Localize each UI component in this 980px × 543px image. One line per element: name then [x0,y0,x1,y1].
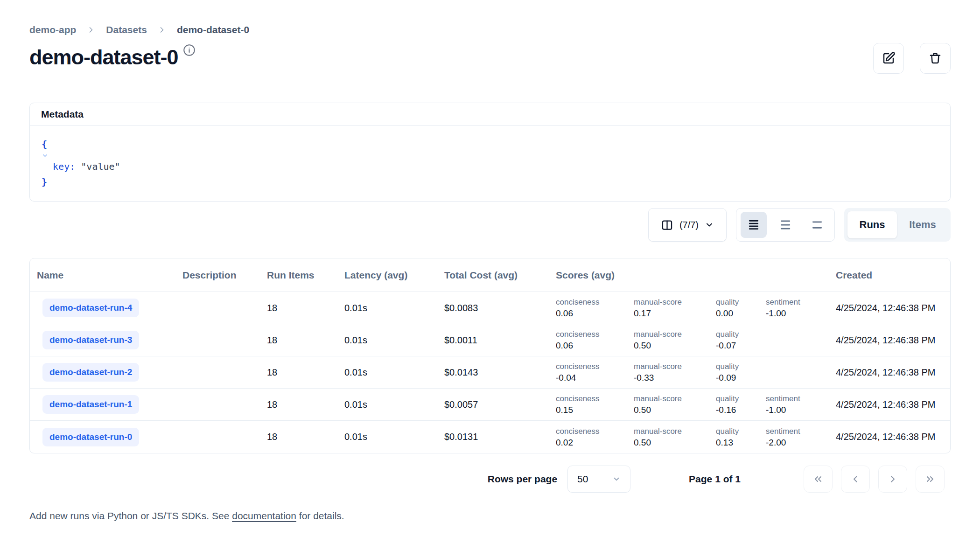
rows-dense-icon [747,218,761,232]
chevron-right-icon [86,25,96,35]
table-row[interactable]: demo-dataset-run-3 18 0.01s $0.0011 conc… [30,324,950,356]
column-header-total-cost: Total Cost (avg) [437,270,549,281]
total-cost-cell: $0.0143 [437,367,549,378]
json-line-close: } [42,174,938,190]
run-items-cell: 18 [260,303,337,313]
title-row: demo-dataset-0 [29,43,951,74]
latency-cell: 0.01s [337,303,437,313]
table-row[interactable]: demo-dataset-run-1 18 0.01s $0.0057 conc… [30,389,950,421]
column-header-scores: Scores (avg) [549,270,829,281]
first-page-button[interactable] [804,466,833,493]
runs-table: Name Description Run Items Latency (avg)… [29,258,951,453]
run-name-link[interactable]: demo-dataset-run-4 [42,299,139,317]
run-name-link[interactable]: demo-dataset-run-3 [42,331,139,349]
scores-cell: conciseness0.06manual-score0.50quality-0… [549,324,829,356]
breadcrumb-datasets[interactable]: Datasets [106,24,147,35]
table-row[interactable]: demo-dataset-run-4 18 0.01s $0.0083 conc… [30,292,950,324]
page-title: demo-dataset-0 [29,43,178,72]
column-header-created: Created [829,270,950,281]
score-manual-score: manual-score0.50 [634,329,716,351]
score-conciseness: conciseness0.15 [556,393,634,416]
score-sentiment: sentiment-2.00 [766,426,829,448]
total-cost-cell: $0.0057 [437,399,549,410]
breadcrumb-current-dataset[interactable]: demo-dataset-0 [177,24,249,35]
metadata-card: Metadata { key: "value" } [29,103,951,202]
score-quality: quality-0.09 [716,361,766,383]
tab-items[interactable]: Items [898,211,947,238]
total-cost-cell: $0.0011 [437,335,549,346]
score-quality: quality-0.16 [716,393,766,416]
run-items-cell: 18 [260,367,337,378]
rows-per-page-value: 50 [577,473,588,485]
rows-medium-icon [778,218,792,232]
edit-icon [882,51,896,65]
row-height-small-option[interactable] [741,212,767,238]
column-header-latency: Latency (avg) [337,270,437,281]
chevrons-left-icon [812,473,824,485]
json-line-key-value: key: "value" [42,159,938,174]
documentation-link[interactable]: documentation [232,510,296,521]
chevron-right-icon [887,473,898,485]
delete-dataset-button[interactable] [920,43,951,74]
score-sentiment: sentiment-1.00 [766,297,829,319]
row-height-large-option[interactable] [804,212,830,238]
created-cell: 4/25/2024, 12:46:38 PM [829,335,950,346]
total-cost-cell: $0.0131 [437,432,549,442]
created-cell: 4/25/2024, 12:46:38 PM [829,399,950,410]
latency-cell: 0.01s [337,367,437,378]
latency-cell: 0.01s [337,335,437,346]
score-quality: quality0.13 [716,426,766,448]
table-row[interactable]: demo-dataset-run-0 18 0.01s $0.0131 conc… [30,421,950,453]
last-page-button[interactable] [916,466,945,493]
score-sentiment: sentiment-1.00 [766,393,829,416]
column-header-run-items: Run Items [260,270,337,281]
name-cell: demo-dataset-run-0 [30,428,175,446]
metadata-card-title: Metadata [30,103,950,125]
column-visibility-button[interactable]: (7/7) [648,208,727,242]
score-quality: quality-0.07 [716,329,766,351]
breadcrumb: demo-app Datasets demo-dataset-0 [29,24,951,35]
sdk-hint-text-after: for details. [296,510,344,521]
next-page-button[interactable] [878,466,907,493]
metadata-json-viewer: { key: "value" } [30,125,950,201]
chevron-right-icon [157,25,167,35]
table-body: demo-dataset-run-4 18 0.01s $0.0083 conc… [30,292,950,453]
tab-runs[interactable]: Runs [847,211,897,238]
sdk-hint-text-before: Add new runs via Python or JS/TS SDKs. S… [29,510,232,521]
name-cell: demo-dataset-run-3 [30,331,175,349]
row-height-medium-option[interactable] [772,212,798,238]
rows-per-page-select[interactable]: 50 [567,466,630,493]
sdk-hint: Add new runs via Python or JS/TS SDKs. S… [29,510,951,522]
chevron-left-icon [850,473,861,485]
created-cell: 4/25/2024, 12:46:38 PM [829,432,950,442]
rows-sparse-icon [810,218,824,232]
name-cell: demo-dataset-run-1 [30,395,175,414]
run-name-link[interactable]: demo-dataset-run-2 [42,363,139,382]
run-items-cell: 18 [260,399,337,410]
score-conciseness: conciseness0.06 [556,329,634,351]
score-conciseness: conciseness-0.04 [556,361,634,383]
score-quality: quality0.00 [716,297,766,319]
runs-items-tabs: Runs Items [844,208,951,242]
previous-page-button[interactable] [841,466,870,493]
run-items-cell: 18 [260,335,337,346]
run-name-link[interactable]: demo-dataset-run-1 [42,395,139,414]
run-name-link[interactable]: demo-dataset-run-0 [42,428,139,446]
latency-cell: 0.01s [337,399,437,410]
json-line-open: { [42,136,938,159]
info-icon[interactable] [183,44,196,56]
trash-icon [928,51,942,65]
column-header-name: Name [30,270,175,281]
breadcrumb-project[interactable]: demo-app [29,24,76,35]
latency-cell: 0.01s [337,432,437,442]
scores-cell: conciseness-0.04manual-score-0.33quality… [549,356,829,388]
run-items-cell: 18 [260,432,337,442]
chevron-down-icon [705,220,714,230]
table-row[interactable]: demo-dataset-run-2 18 0.01s $0.0143 conc… [30,356,950,389]
collapse-chevron-icon[interactable] [42,152,938,159]
pager-buttons [804,466,945,493]
pagination-bar: Rows per page 50 Page 1 of 1 [29,466,951,493]
edit-dataset-button[interactable] [873,43,904,74]
created-cell: 4/25/2024, 12:46:38 PM [829,303,950,313]
row-height-toggle-group [736,208,835,242]
